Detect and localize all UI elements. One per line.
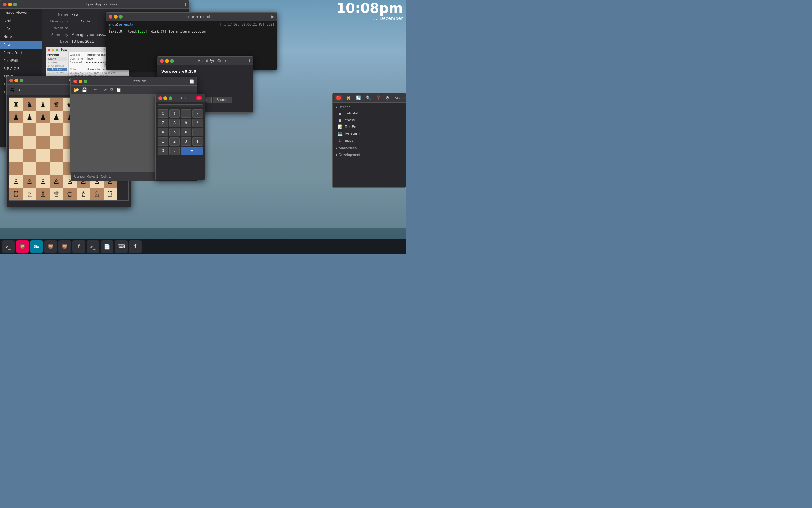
textedit-close-btn[interactable]: ✕ bbox=[74, 80, 77, 83]
chess-cell-r5c1[interactable] bbox=[23, 162, 36, 175]
about-max-btn[interactable]: − bbox=[170, 59, 174, 63]
chess-cell-r7c3[interactable]: ♕ bbox=[50, 187, 63, 201]
textedit-save-icon[interactable]: 💾 bbox=[81, 87, 87, 92]
chess-cell-r4c1[interactable] bbox=[23, 149, 36, 162]
chess-cell-r0c3[interactable]: ♛ bbox=[50, 98, 63, 111]
sidebar-item-space[interactable]: S P A C E bbox=[0, 65, 42, 73]
calc-btn-x[interactable]: ) bbox=[181, 110, 191, 118]
chess-cell-r1c3[interactable]: ♟ bbox=[50, 111, 63, 124]
terminal-max-btn[interactable]: □ bbox=[119, 15, 123, 18]
chess-cell-r7c0[interactable]: ♖ bbox=[9, 187, 23, 201]
calc-btn-6[interactable]: 6 bbox=[181, 128, 191, 136]
launcher-search-btn[interactable]: 🔍 bbox=[364, 95, 372, 101]
textedit-copy-icon[interactable]: ⧉ bbox=[110, 87, 113, 92]
textedit-pencil-icon[interactable]: ✏️ bbox=[94, 87, 97, 92]
calc-btn-x[interactable]: . bbox=[169, 146, 180, 155]
sidebar-item-notes[interactable]: Notes bbox=[0, 33, 42, 41]
calc-btn-0[interactable]: 0 bbox=[158, 146, 168, 155]
chess-cell-r1c0[interactable]: ♟ bbox=[9, 111, 23, 124]
calc-close-btn[interactable]: ✕ bbox=[158, 96, 162, 100]
sidebar-item-life[interactable]: Life bbox=[0, 25, 42, 33]
terminal-close-btn[interactable]: ✕ bbox=[109, 15, 112, 18]
chess-cell-r0c1[interactable]: ♞ bbox=[23, 98, 36, 111]
taskbar-terminal2-btn[interactable]: >_ bbox=[87, 240, 99, 253]
taskbar-brave2-btn[interactable]: 🦁 bbox=[44, 240, 57, 253]
chess-cell-r4c0[interactable] bbox=[9, 149, 23, 162]
chess-cell-r4c3[interactable] bbox=[50, 149, 63, 162]
calc-btn-3[interactable]: 3 bbox=[181, 137, 191, 145]
textedit-min-btn[interactable]: □ bbox=[79, 80, 82, 83]
chess-cell-r7c5[interactable]: ♗ bbox=[77, 187, 90, 201]
calc-btn-7[interactable]: 7 bbox=[158, 119, 168, 127]
calc-max-btn[interactable]: − bbox=[169, 96, 173, 100]
calc-btn-C[interactable]: C bbox=[158, 110, 168, 118]
textedit-folder-icon[interactable]: 📂 bbox=[74, 87, 79, 92]
launcher-settings-btn[interactable]: ⚙ bbox=[384, 95, 391, 101]
launcher-refresh-btn[interactable]: 🔄 bbox=[354, 95, 363, 101]
taskbar-keyboard-btn[interactable]: ⌨ bbox=[115, 240, 128, 253]
chess-cell-r5c2[interactable] bbox=[36, 162, 50, 175]
paw-search[interactable]: Search bbox=[47, 57, 67, 60]
chess-cell-r6c0[interactable]: ♙ bbox=[9, 175, 23, 187]
chess-cell-r3c3[interactable] bbox=[50, 136, 63, 149]
chess-cell-r4c2[interactable] bbox=[36, 149, 50, 162]
chess-cell-r7c7[interactable]: ♖ bbox=[103, 187, 117, 201]
chess-close-btn[interactable]: ✕ bbox=[9, 79, 13, 82]
paw-login-item[interactable]: 🐾 Paw login bbox=[47, 68, 67, 71]
taskbar-terminal-btn[interactable]: >_ bbox=[2, 240, 15, 253]
calc-btn-8[interactable]: 8 bbox=[169, 119, 180, 127]
chess-cell-r2c2[interactable] bbox=[36, 124, 50, 136]
sponsor-button[interactable]: Sponsor bbox=[213, 96, 232, 103]
taskbar-brave1-btn[interactable]: 🦁 bbox=[16, 240, 29, 253]
chess-cell-r0c0[interactable]: ♜ bbox=[9, 98, 23, 111]
taskbar-textedit-btn[interactable]: 📄 bbox=[101, 240, 113, 253]
chess-max-btn[interactable]: − bbox=[19, 79, 23, 82]
chess-cell-r5c3[interactable] bbox=[50, 162, 63, 175]
chess-cell-r1c1[interactable]: ♟ bbox=[23, 111, 36, 124]
audiovideo-header[interactable]: ▾ AudioVideo bbox=[335, 145, 404, 151]
taskbar-go-btn[interactable]: Go bbox=[30, 240, 43, 253]
chess-cell-r2c0[interactable] bbox=[9, 124, 23, 136]
close-button[interactable]: ✕ bbox=[3, 3, 7, 6]
sidebar-item-pixeledit[interactable]: PixelEdit bbox=[0, 57, 42, 65]
calc-min-btn[interactable]: □ bbox=[163, 96, 167, 100]
minimize-button[interactable]: − bbox=[8, 3, 12, 6]
about-min-btn[interactable]: □ bbox=[165, 59, 169, 63]
chess-cell-r3c0[interactable] bbox=[9, 136, 23, 149]
chess-cell-r5c0[interactable] bbox=[9, 162, 23, 175]
calc-btn-x[interactable]: / bbox=[192, 110, 203, 118]
launcher-item-textedit[interactable]: 📝 TextEdit bbox=[335, 124, 404, 130]
chess-cell-r7c2[interactable]: ♗ bbox=[36, 187, 50, 201]
calc-btn-x[interactable]: ( bbox=[169, 110, 180, 118]
chess-cell-r6c2[interactable]: ♙ bbox=[36, 175, 50, 187]
calc-btn-5[interactable]: 5 bbox=[169, 128, 180, 136]
chess-cell-r2c3[interactable] bbox=[50, 124, 63, 136]
development-header[interactable]: ▾ Development bbox=[335, 152, 404, 158]
calc-btn-x[interactable]: + bbox=[192, 137, 203, 145]
taskbar-brave3-btn[interactable]: 🦁 bbox=[58, 240, 71, 253]
chess-back-icon[interactable]: ← bbox=[18, 87, 22, 93]
about-close-btn[interactable]: ✕ bbox=[160, 59, 164, 63]
launcher-lock-btn[interactable]: 🔒 bbox=[344, 95, 352, 101]
calc-btn-4[interactable]: 4 bbox=[158, 128, 168, 136]
taskbar-fyne2-btn[interactable]: f bbox=[129, 240, 142, 253]
calc-btn-2[interactable]: 2 bbox=[169, 137, 180, 145]
chess-cell-r3c1[interactable] bbox=[23, 136, 36, 149]
chess-cell-r7c4[interactable]: ♔ bbox=[63, 187, 77, 201]
launcher-item-calculator[interactable]: 🖩 calculator bbox=[335, 110, 404, 117]
launcher-item-apps[interactable]: f apps bbox=[335, 137, 404, 144]
calc-btn-9[interactable]: 9 bbox=[181, 119, 191, 127]
textedit-paste-icon[interactable]: 📋 bbox=[116, 87, 122, 92]
sidebar-item-permafrost[interactable]: Permafrost bbox=[0, 49, 42, 57]
maximize-button[interactable]: □ bbox=[13, 3, 17, 6]
taskbar-fyne-btn[interactable]: f bbox=[73, 240, 85, 253]
chess-cell-r0c2[interactable]: ♝ bbox=[36, 98, 50, 111]
recent-header[interactable]: ▾ Recent bbox=[335, 104, 404, 110]
chess-cell-r7c6[interactable]: ♘ bbox=[90, 187, 103, 201]
calc-btn-x[interactable]: * bbox=[192, 119, 203, 127]
sidebar-item-jami[interactable]: Jami bbox=[0, 17, 42, 25]
chess-cell-r2c1[interactable] bbox=[23, 124, 36, 136]
terminal-min-btn[interactable]: − bbox=[114, 15, 117, 18]
chess-cell-r3c2[interactable] bbox=[36, 136, 50, 149]
sidebar-item-image-viewer[interactable]: Image Viewer bbox=[0, 9, 42, 17]
